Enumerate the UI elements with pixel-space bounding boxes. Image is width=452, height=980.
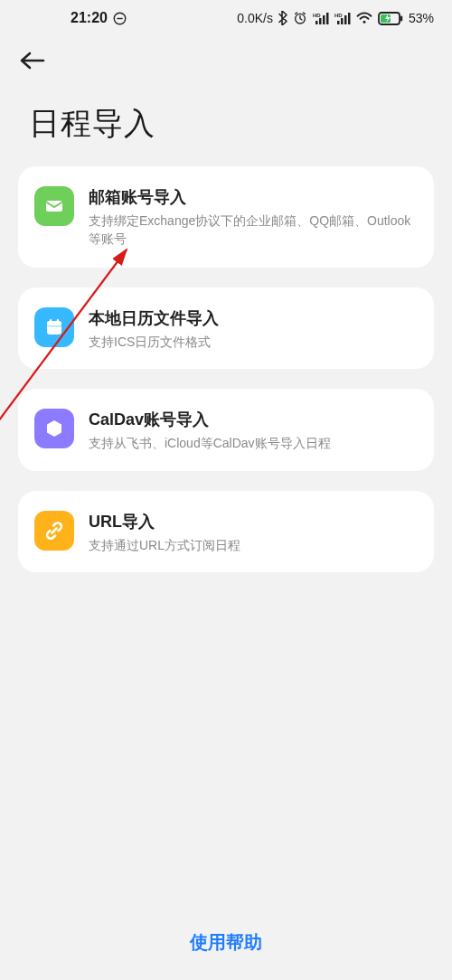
status-netspeed: 0.0K/s (237, 11, 273, 25)
help-button[interactable]: 使用帮助 (0, 930, 452, 955)
hexagon-icon (34, 409, 74, 448)
signal-2-icon: HD (334, 12, 351, 24)
svg-rect-19 (47, 321, 61, 325)
svg-rect-6 (323, 15, 325, 24)
svg-rect-22 (47, 325, 61, 327)
svg-rect-11 (344, 15, 347, 24)
nav-row (0, 36, 452, 87)
bluetooth-icon (278, 11, 287, 25)
svg-rect-5 (319, 18, 322, 24)
import-option-subtitle: 支持通过URL方式订阅日程 (89, 536, 418, 554)
signal-1-icon: HD (313, 12, 329, 24)
svg-text:HD: HD (313, 13, 321, 18)
status-bar: 21:20 0.0K/s HD HD 53% (0, 0, 452, 36)
import-option-title: 本地日历文件导入 (89, 307, 418, 329)
import-option-subtitle: 支持ICS日历文件格式 (89, 333, 418, 351)
svg-rect-7 (326, 13, 329, 24)
back-button[interactable] (14, 43, 51, 80)
svg-text:HD: HD (334, 13, 343, 18)
svg-rect-4 (315, 21, 318, 24)
link-icon (34, 511, 74, 551)
import-option-title: URL导入 (89, 511, 418, 532)
svg-rect-21 (57, 319, 59, 324)
status-battery-pct: 53% (409, 11, 434, 25)
import-option-title: CalDav账号导入 (89, 409, 418, 430)
import-option-email[interactable]: 邮箱账号导入 支持绑定Exchange协议下的企业邮箱、QQ邮箱、Outlook… (18, 166, 434, 268)
import-option-list: 邮箱账号导入 支持绑定Exchange协议下的企业邮箱、QQ邮箱、Outlook… (0, 166, 452, 572)
alarm-icon (293, 11, 307, 25)
svg-rect-10 (341, 18, 344, 24)
svg-rect-20 (50, 319, 52, 324)
svg-point-13 (363, 21, 365, 24)
import-option-subtitle: 支持从飞书、iCloud等CalDav账号导入日程 (89, 434, 418, 452)
import-option-url[interactable]: URL导入 支持通过URL方式订阅日程 (18, 491, 434, 572)
page-title: 日程导入 (0, 87, 452, 166)
battery-icon (378, 12, 403, 25)
arrow-left-icon (19, 51, 46, 73)
dnd-icon (113, 12, 127, 25)
svg-rect-15 (400, 15, 402, 21)
import-option-local-file[interactable]: 本地日历文件导入 支持ICS日历文件格式 (18, 287, 434, 369)
mail-icon (34, 186, 74, 226)
status-time: 21:20 (71, 10, 108, 26)
svg-rect-12 (348, 13, 351, 24)
calendar-icon (34, 307, 74, 347)
svg-rect-9 (337, 21, 340, 24)
import-option-caldav[interactable]: CalDav账号导入 支持从飞书、iCloud等CalDav账号导入日程 (18, 389, 434, 470)
import-option-subtitle: 支持绑定Exchange协议下的企业邮箱、QQ邮箱、Outlook等账号 (89, 212, 418, 249)
import-option-title: 邮箱账号导入 (89, 186, 418, 208)
wifi-icon (356, 12, 372, 24)
